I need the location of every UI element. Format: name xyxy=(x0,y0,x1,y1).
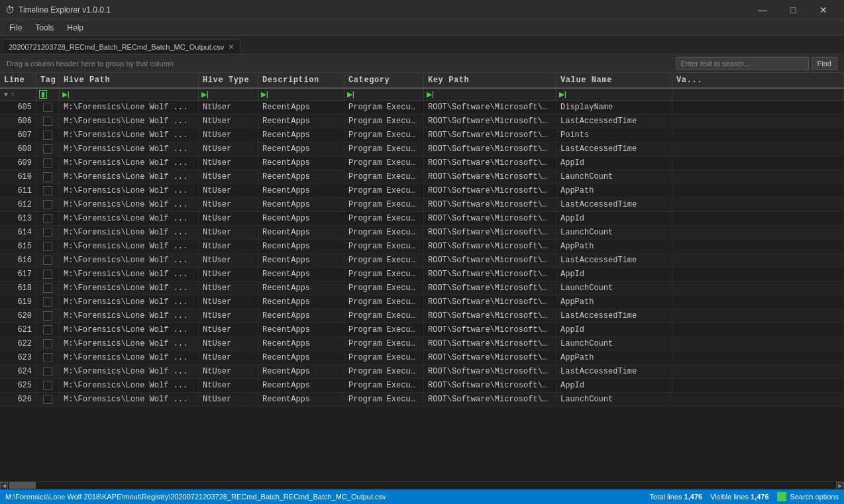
cell-tag[interactable] xyxy=(36,156,60,170)
tag-checkbox[interactable] xyxy=(43,325,52,334)
tag-checkbox[interactable] xyxy=(43,214,52,223)
hscroll-left-button[interactable]: ◀ xyxy=(0,482,8,490)
table-row[interactable]: 609 M:\Forensics\Lone Wolf ... NtUser Re… xyxy=(0,156,844,170)
cell-tag[interactable] xyxy=(36,101,60,114)
cell-tag[interactable] xyxy=(36,254,60,267)
cell-category: Program Execu... xyxy=(344,337,424,350)
table-row[interactable]: 624 M:\Forensics\Lone Wolf ... NtUser Re… xyxy=(0,365,844,379)
tag-checkbox[interactable] xyxy=(43,242,52,251)
file-tab[interactable]: 20200721203728_RECmd_Batch_RECmd_Batch_M… xyxy=(3,39,240,54)
cell-tag[interactable] xyxy=(36,240,60,253)
col-header-line[interactable]: Line xyxy=(0,73,36,87)
table-row[interactable]: 622 M:\Forensics\Lone Wolf ... NtUser Re… xyxy=(0,337,844,351)
tag-checkbox[interactable] xyxy=(43,200,52,209)
col-header-description[interactable]: Description xyxy=(258,73,344,87)
tag-checkbox[interactable] xyxy=(43,186,52,195)
col-header-tag[interactable]: Tag xyxy=(36,73,60,87)
table-row[interactable]: 610 M:\Forensics\Lone Wolf ... NtUser Re… xyxy=(0,170,844,184)
table-row[interactable]: 620 M:\Forensics\Lone Wolf ... NtUser Re… xyxy=(0,309,844,323)
table-row[interactable]: 605 M:\Forensics\Lone Wolf ... NtUser Re… xyxy=(0,101,844,115)
hscroll-right-button[interactable]: ▶ xyxy=(836,482,844,490)
tag-checkbox[interactable] xyxy=(43,395,52,404)
tag-checkbox[interactable] xyxy=(43,130,52,140)
cell-tag[interactable] xyxy=(36,323,60,336)
col-header-hivepath[interactable]: Hive Path xyxy=(60,73,199,87)
search-input[interactable] xyxy=(676,57,809,70)
table-row[interactable]: 625 M:\Forensics\Lone Wolf ... NtUser Re… xyxy=(0,379,844,393)
cell-tag[interactable] xyxy=(36,393,60,406)
cell-tag[interactable] xyxy=(36,212,60,225)
horizontal-scrollbar[interactable]: ◀ ▶ xyxy=(0,481,844,489)
menu-tools[interactable]: Tools xyxy=(28,22,60,34)
cell-tag[interactable] xyxy=(36,295,60,309)
cell-tag[interactable] xyxy=(36,351,60,364)
hscroll-thumb[interactable] xyxy=(9,482,36,489)
table-row[interactable]: 614 M:\Forensics\Lone Wolf ... NtUser Re… xyxy=(0,226,844,240)
table-row[interactable]: 607 M:\Forensics\Lone Wolf ... NtUser Re… xyxy=(0,128,844,142)
cell-line: 616 xyxy=(0,254,36,267)
col-header-keypath[interactable]: Key Path xyxy=(424,73,556,87)
cell-tag[interactable] xyxy=(36,115,60,128)
col-header-valuename[interactable]: Value Name xyxy=(556,73,672,87)
search-options-status[interactable]: Search options xyxy=(777,492,839,501)
cell-description: RecentApps xyxy=(258,101,344,114)
cell-tag[interactable] xyxy=(36,379,60,392)
cell-tag[interactable] xyxy=(36,142,60,156)
cell-hivepath: M:\Forensics\Lone Wolf ... xyxy=(60,337,199,350)
cell-tag[interactable] xyxy=(36,337,60,350)
col-header-hivetype[interactable]: Hive Type xyxy=(199,73,258,87)
table-row[interactable]: 613 M:\Forensics\Lone Wolf ... NtUser Re… xyxy=(0,212,844,226)
menu-file[interactable]: File xyxy=(3,22,28,34)
tag-checkbox[interactable] xyxy=(43,381,52,390)
table-row[interactable]: 619 M:\Forensics\Lone Wolf ... NtUser Re… xyxy=(0,295,844,309)
cell-description: RecentApps xyxy=(258,212,344,225)
tag-checkbox[interactable] xyxy=(43,297,52,307)
cell-tag[interactable] xyxy=(36,281,60,295)
table-row[interactable]: 626 M:\Forensics\Lone Wolf ... NtUser Re… xyxy=(0,393,844,407)
table-row[interactable]: 608 M:\Forensics\Lone Wolf ... NtUser Re… xyxy=(0,142,844,156)
tag-checkbox[interactable] xyxy=(43,283,52,293)
hscroll-track[interactable] xyxy=(8,482,836,490)
tag-checkbox[interactable] xyxy=(43,353,52,362)
table-row[interactable]: 616 M:\Forensics\Lone Wolf ... NtUser Re… xyxy=(0,254,844,268)
cell-category: Program Execu... xyxy=(344,351,424,364)
table-row[interactable]: 618 M:\Forensics\Lone Wolf ... NtUser Re… xyxy=(0,281,844,295)
table-row[interactable]: 621 M:\Forensics\Lone Wolf ... NtUser Re… xyxy=(0,323,844,337)
cell-tag[interactable] xyxy=(36,128,60,142)
find-button[interactable]: Find xyxy=(812,57,837,70)
tag-checkbox[interactable] xyxy=(43,228,52,237)
maximize-button[interactable]: □ xyxy=(778,0,808,20)
cell-tag[interactable] xyxy=(36,226,60,239)
tag-checkbox[interactable] xyxy=(43,172,52,181)
cell-tag[interactable] xyxy=(36,184,60,197)
tag-checkbox[interactable] xyxy=(43,103,52,112)
tab-close-button[interactable]: ✕ xyxy=(228,42,235,52)
tag-checkbox[interactable] xyxy=(43,270,52,279)
minimize-button[interactable]: — xyxy=(747,0,778,20)
table-body[interactable]: 605 M:\Forensics\Lone Wolf ... NtUser Re… xyxy=(0,101,844,481)
table-row[interactable]: 611 M:\Forensics\Lone Wolf ... NtUser Re… xyxy=(0,184,844,198)
table-row[interactable]: 612 M:\Forensics\Lone Wolf ... NtUser Re… xyxy=(0,198,844,212)
tag-checkbox[interactable] xyxy=(43,117,52,126)
table-row[interactable]: 615 M:\Forensics\Lone Wolf ... NtUser Re… xyxy=(0,240,844,254)
cell-description: RecentApps xyxy=(258,379,344,392)
col-header-category[interactable]: Category xyxy=(344,73,424,87)
cell-tag[interactable] xyxy=(36,198,60,211)
tag-checkbox[interactable] xyxy=(43,311,52,321)
cell-tag[interactable] xyxy=(36,309,60,323)
table-row[interactable]: 623 M:\Forensics\Lone Wolf ... NtUser Re… xyxy=(0,351,844,365)
cell-tag[interactable] xyxy=(36,170,60,183)
cell-tag[interactable] xyxy=(36,268,60,281)
tag-checkbox[interactable] xyxy=(43,367,52,376)
tag-checkbox[interactable] xyxy=(43,256,52,265)
tag-checkbox[interactable] xyxy=(43,158,52,168)
menu-help[interactable]: Help xyxy=(60,22,90,34)
tag-checkbox[interactable] xyxy=(43,144,52,154)
col-header-value[interactable]: Va... xyxy=(672,73,844,87)
cell-tag[interactable] xyxy=(36,365,60,378)
cell-hivetype: NtUser xyxy=(199,295,258,309)
table-row[interactable]: 606 M:\Forensics\Lone Wolf ... NtUser Re… xyxy=(0,115,844,128)
close-button[interactable]: ✕ xyxy=(808,0,839,20)
tag-checkbox[interactable] xyxy=(43,339,52,348)
table-row[interactable]: 617 M:\Forensics\Lone Wolf ... NtUser Re… xyxy=(0,268,844,281)
